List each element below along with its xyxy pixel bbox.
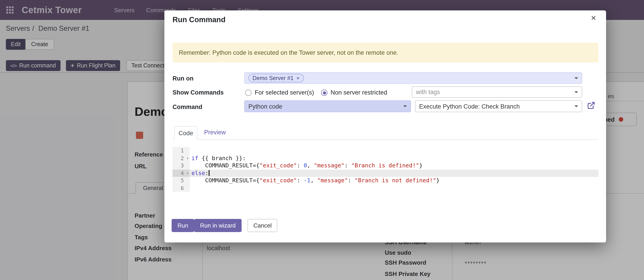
code-line[interactable]: 6 [172, 184, 598, 192]
line-number: 4▾ [172, 169, 190, 177]
alert-text: Remember: Python code is executed on the… [179, 49, 398, 56]
with-tags-placeholder: with tags [416, 89, 440, 95]
code-line-content: if {{ branch }}: [190, 155, 598, 162]
radio-for-selected-servers[interactable] [245, 90, 252, 96]
run-button[interactable]: Run [172, 219, 194, 232]
code-line-content [190, 147, 598, 155]
cancel-button[interactable]: Cancel [248, 219, 278, 232]
command-value: Execute Python Code: Check Branch [419, 103, 520, 110]
code-line[interactable]: 1 [172, 147, 598, 155]
code-line[interactable]: 2▾if {{ branch }}: [172, 155, 598, 162]
run-command-modal: Run Command ✕ Remember: Python code is e… [164, 11, 606, 242]
code-line-content [190, 184, 598, 192]
radio-label-for-selected-servers[interactable]: For selected server(s) [255, 89, 314, 96]
server-tag-label: Demo Server #1 [252, 75, 294, 81]
radio-non-server-restricted[interactable] [321, 90, 328, 96]
command-select[interactable]: Execute Python Code: Check Branch [415, 100, 582, 112]
line-number: 1 [172, 147, 190, 155]
tab-code[interactable]: Code [174, 126, 197, 140]
code-line[interactable]: 5 COMMAND_RESULT={"exit_code": -1, "mess… [172, 177, 598, 184]
line-number: 2▾ [172, 155, 190, 162]
server-tag-chip[interactable]: Demo Server #1 ✕ [248, 74, 304, 82]
code-editor[interactable]: 12▾if {{ branch }}:3 COMMAND_RESULT={"ex… [172, 147, 598, 192]
modal-title: Run Command [172, 15, 226, 24]
code-line-content: else: [190, 169, 598, 177]
command-type-value: Python code [248, 103, 282, 110]
line-number: 5 [172, 177, 190, 184]
tabs-divider [172, 139, 598, 140]
label-run-on: Run on [172, 75, 194, 82]
fold-arrow-icon[interactable]: ▾ [186, 155, 189, 162]
remove-tag-icon[interactable]: ✕ [296, 76, 300, 80]
with-tags-select[interactable]: with tags [412, 86, 582, 98]
label-command: Command [172, 104, 202, 110]
label-show-commands: Show Commands [172, 89, 224, 96]
code-line[interactable]: 4▾else: [172, 169, 598, 177]
command-type-select[interactable]: Python code [244, 100, 411, 112]
run-on-field[interactable]: Demo Server #1 ✕ [244, 72, 582, 84]
line-number: 6 [172, 184, 190, 192]
fold-arrow-icon[interactable]: ▾ [186, 169, 189, 177]
external-link-icon[interactable] [587, 101, 595, 109]
close-icon[interactable]: ✕ [591, 14, 596, 22]
tab-preview[interactable]: Preview [204, 129, 226, 136]
code-line[interactable]: 3 COMMAND_RESULT={"exit_code": 0, "messa… [172, 162, 598, 169]
line-number: 3 [172, 162, 190, 169]
radio-label-non-server-restricted[interactable]: Non server restricted [330, 89, 387, 96]
code-line-content: COMMAND_RESULT={"exit_code": 0, "message… [190, 162, 598, 169]
text-cursor [208, 170, 209, 176]
code-line-content: COMMAND_RESULT={"exit_code": -1, "messag… [190, 177, 598, 184]
run-in-wizard-button[interactable]: Run in wizard [194, 219, 242, 232]
warning-alert: Remember: Python code is executed on the… [172, 43, 598, 62]
